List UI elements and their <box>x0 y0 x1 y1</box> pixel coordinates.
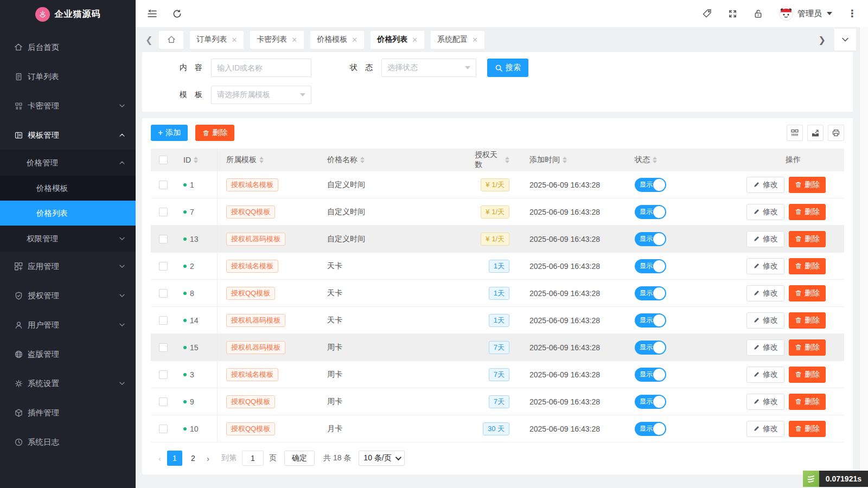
row-checkbox[interactable] <box>159 343 168 352</box>
column-header-所属模板[interactable]: 所属模板 <box>218 149 324 171</box>
row-checkbox[interactable] <box>159 370 168 379</box>
print-icon[interactable] <box>828 125 844 141</box>
status-select[interactable]: 选择状态 <box>381 59 476 77</box>
sidebar-item-price-template[interactable]: 价格模板 <box>0 176 136 201</box>
close-icon[interactable]: ✕ <box>472 36 478 44</box>
tag-icon[interactable] <box>701 8 712 19</box>
template-select[interactable]: 请选择所属模板 <box>211 86 311 104</box>
sort-icon[interactable] <box>259 157 264 163</box>
status-toggle[interactable]: 显示 <box>635 259 666 273</box>
sidebar-item-price-list[interactable]: 价格列表 <box>0 201 136 226</box>
edit-button[interactable]: 修改 <box>746 258 784 274</box>
content-search-input[interactable] <box>211 59 311 77</box>
next-page-icon[interactable]: › <box>202 454 214 463</box>
sidebar-item-users[interactable]: 用户管理 <box>0 310 136 339</box>
search-button[interactable]: 搜索 <box>487 59 528 77</box>
delete-button[interactable]: 删除 <box>789 421 826 437</box>
row-checkbox[interactable] <box>159 397 168 406</box>
sidebar-item-orders[interactable]: 订单列表 <box>0 62 136 91</box>
sidebar-item-templates[interactable]: 模板管理 <box>0 120 136 150</box>
page-size-select[interactable]: 10 条/页 <box>359 451 404 466</box>
column-header-ID[interactable]: ID <box>175 149 218 171</box>
lock-icon[interactable] <box>753 9 763 19</box>
status-toggle[interactable]: 显示 <box>635 232 666 246</box>
delete-button[interactable]: 删除 <box>789 339 826 356</box>
column-header-价格名称[interactable]: 价格名称 <box>324 149 455 171</box>
select-all-checkbox[interactable] <box>159 156 168 164</box>
delete-button[interactable]: 删除 <box>789 258 826 274</box>
logo[interactable]: 企业猫源码 <box>0 0 136 28</box>
goto-confirm-button[interactable]: 确定 <box>284 451 315 466</box>
delete-button[interactable]: 删除 <box>789 177 826 193</box>
page-number-2[interactable]: 2 <box>186 451 201 466</box>
row-checkbox[interactable] <box>159 262 168 271</box>
user-menu[interactable]: 管理员 <box>778 6 832 21</box>
refresh-icon[interactable] <box>172 9 182 19</box>
sidebar-item-plugins[interactable]: 插件管理 <box>0 398 136 427</box>
tabs-menu-icon[interactable] <box>834 29 856 50</box>
collapse-sidebar-icon[interactable] <box>146 8 158 20</box>
column-header-添加时间[interactable]: 添加时间 <box>512 149 623 171</box>
tab-订单列表[interactable]: 订单列表 ✕ <box>190 31 244 49</box>
tab-home[interactable] <box>159 31 183 49</box>
sort-icon[interactable] <box>563 157 567 163</box>
prev-page-icon[interactable]: ‹ <box>154 454 165 463</box>
sidebar-item-cards[interactable]: 卡密管理 <box>0 91 136 120</box>
tab-系统配置[interactable]: 系统配置 ✕ <box>431 31 484 49</box>
batch-delete-button[interactable]: 删除 <box>195 125 234 141</box>
status-toggle[interactable]: 显示 <box>635 205 666 219</box>
tab-卡密列表[interactable]: 卡密列表 ✕ <box>250 31 304 49</box>
edit-button[interactable]: 修改 <box>746 231 784 247</box>
sort-icon[interactable] <box>653 157 657 163</box>
column-header-授权天数[interactable]: 授权天数 <box>455 149 512 171</box>
status-toggle[interactable]: 显示 <box>635 422 666 436</box>
sidebar-item-logs[interactable]: 系统日志 <box>0 427 136 457</box>
sort-icon[interactable] <box>360 157 365 163</box>
goto-page-input[interactable] <box>242 451 264 466</box>
sidebar-item-settings[interactable]: 系统设置 <box>0 369 136 398</box>
more-menu-icon[interactable]: ⋮ <box>847 8 857 20</box>
row-checkbox[interactable] <box>159 316 168 325</box>
page-scrollbar[interactable] <box>859 27 868 488</box>
columns-filter-icon[interactable] <box>787 125 803 141</box>
close-icon[interactable]: ✕ <box>291 36 297 44</box>
tabs-scroll-left-icon[interactable]: ❮ <box>141 35 157 45</box>
fullscreen-icon[interactable] <box>727 9 738 19</box>
row-checkbox[interactable] <box>159 289 168 298</box>
delete-button[interactable]: 删除 <box>789 312 826 329</box>
delete-button[interactable]: 删除 <box>789 367 826 383</box>
status-toggle[interactable]: 显示 <box>635 395 666 409</box>
edit-button[interactable]: 修改 <box>746 367 784 383</box>
close-icon[interactable]: ✕ <box>231 36 237 44</box>
status-toggle[interactable]: 显示 <box>635 368 666 382</box>
close-icon[interactable]: ✕ <box>412 36 418 44</box>
page-number-1[interactable]: 1 <box>167 451 182 466</box>
row-checkbox[interactable] <box>159 235 168 243</box>
tabs-scroll-right-icon[interactable]: ❯ <box>814 35 830 45</box>
row-checkbox[interactable] <box>159 425 168 433</box>
edit-button[interactable]: 修改 <box>746 312 784 329</box>
edit-button[interactable]: 修改 <box>746 177 784 193</box>
status-toggle[interactable]: 显示 <box>635 341 666 355</box>
sidebar-item-apps[interactable]: 应用管理 <box>0 252 136 281</box>
edit-button[interactable]: 修改 <box>746 339 784 356</box>
row-checkbox[interactable] <box>159 208 168 216</box>
edit-button[interactable]: 修改 <box>746 204 784 220</box>
edit-button[interactable]: 修改 <box>746 285 784 301</box>
row-checkbox[interactable] <box>159 181 168 189</box>
status-toggle[interactable]: 显示 <box>635 286 666 300</box>
delete-button[interactable]: 删除 <box>789 204 826 220</box>
tab-价格模板[interactable]: 价格模板 ✕ <box>310 31 364 49</box>
sidebar-item-permissions[interactable]: 权限管理 <box>0 226 136 252</box>
status-toggle[interactable]: 显示 <box>635 313 666 328</box>
trace-logo-icon[interactable] <box>803 471 819 487</box>
sidebar-item-licenses[interactable]: 授权管理 <box>0 281 136 310</box>
delete-button[interactable]: 删除 <box>789 231 826 247</box>
sidebar-item-price-mgmt[interactable]: 价格管理 <box>0 150 136 176</box>
delete-button[interactable]: 删除 <box>789 394 826 410</box>
sort-icon[interactable] <box>505 157 509 163</box>
sort-icon[interactable] <box>194 157 198 163</box>
export-icon[interactable] <box>807 125 824 141</box>
delete-button[interactable]: 删除 <box>789 285 826 301</box>
column-header-状态[interactable]: 状态 <box>623 149 742 171</box>
